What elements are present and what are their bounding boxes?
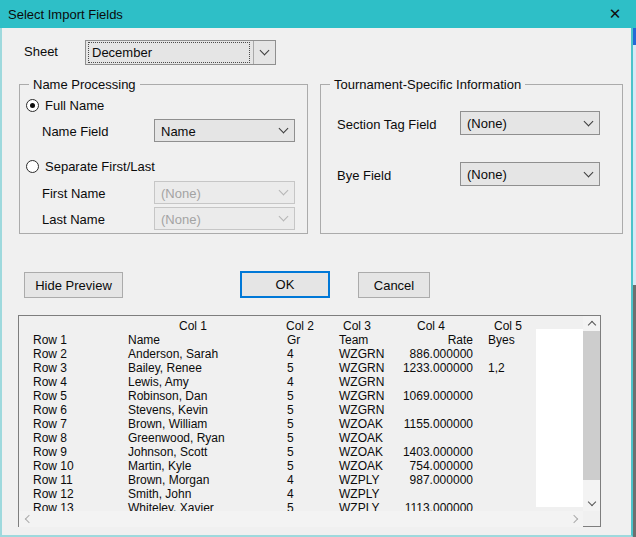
preview-cell: 1233.000000	[393, 361, 473, 375]
preview-cell: 5	[287, 361, 294, 375]
first-name-select: (None)	[154, 181, 295, 204]
preview-cell: Col 4	[401, 319, 461, 333]
preview-cell: Smith, John	[128, 487, 191, 501]
preview-cell: 886.000000	[393, 347, 473, 361]
preview-cell: WZOAK	[339, 431, 383, 445]
chevron-down-icon	[278, 124, 288, 134]
preview-cell: Row 12	[33, 487, 74, 501]
preview-cell: WZPLY	[339, 487, 379, 501]
preview-cell: 4	[287, 473, 294, 487]
preview-cell: Row 2	[33, 347, 67, 361]
preview-cell: Col 3	[327, 319, 387, 333]
last-name-select: (None)	[154, 207, 295, 230]
full-name-radio[interactable]: Full Name	[26, 98, 104, 113]
preview-row: Row 13Whiteley, Xavier5WZPLY1113.000000	[19, 501, 583, 511]
separate-first-last-radio[interactable]: Separate First/Last	[26, 159, 155, 174]
preview-cell: Team	[339, 333, 368, 347]
preview-cell: 5	[287, 459, 294, 473]
chevron-down-icon	[587, 498, 595, 506]
preview-cell: Row 11	[33, 473, 73, 487]
preview-cell: Row 5	[33, 389, 67, 403]
preview-cell: Row 1	[33, 333, 67, 347]
dropdown-button	[272, 182, 294, 203]
preview-cell: WZOAK	[339, 417, 383, 431]
preview-panel: Col 1Col 2Col 3Col 4Col 5Row 1NameGrTeam…	[18, 315, 601, 527]
preview-row: Row 8Greenwood, Ryan5WZOAK	[19, 431, 583, 445]
preview-cell: 4	[287, 487, 294, 501]
titlebar[interactable]: Select Import Fields ✕	[0, 0, 636, 28]
name-field-select[interactable]: Name	[154, 119, 295, 142]
separate-first-last-label: Separate First/Last	[45, 159, 155, 174]
preview-cell: WZGRN	[339, 389, 384, 403]
tournament-info-title: Tournament-Specific Information	[330, 77, 525, 92]
preview-cell: Anderson, Sarah	[128, 347, 218, 361]
radio-icon	[26, 160, 39, 173]
name-field-label: Name Field	[42, 124, 108, 139]
preview-cell: Robinson, Dan	[128, 389, 207, 403]
first-name-value: (None)	[158, 184, 268, 201]
preview-cell: Stevens, Kevin	[128, 403, 208, 417]
section-tag-field-value: (None)	[464, 114, 573, 132]
preview-cell: 1,2	[488, 361, 505, 375]
preview-cell: Johnson, Scott	[128, 445, 207, 459]
preview-cell: Bailey, Renee	[128, 361, 202, 375]
preview-cell: WZGRN	[339, 375, 384, 389]
preview-cell: WZGRN	[339, 347, 384, 361]
section-tag-field-select[interactable]: (None)	[460, 111, 600, 135]
first-name-label: First Name	[42, 186, 106, 201]
preview-cell: 5	[287, 501, 294, 511]
vertical-scrollbar-thumb[interactable]	[583, 331, 600, 480]
sheet-dropdown-button[interactable]	[253, 41, 275, 64]
preview-cell: Row 13	[33, 501, 74, 511]
preview-row: Col 1Col 2Col 3Col 4Col 5	[19, 319, 583, 333]
scroll-up-button[interactable]	[583, 316, 600, 331]
preview-cell: Name	[128, 333, 160, 347]
radio-icon	[26, 99, 39, 112]
scroll-left-button[interactable]	[19, 511, 35, 527]
close-icon[interactable]: ✕	[600, 0, 630, 28]
dropdown-button	[272, 208, 294, 229]
preview-cell: Gr	[287, 333, 300, 347]
preview-cell: Col 1	[163, 319, 223, 333]
section-tag-field-label: Section Tag Field	[337, 117, 437, 132]
preview-cell: Whiteley, Xavier	[128, 501, 214, 511]
preview-cell: Row 7	[33, 417, 67, 431]
preview-rows[interactable]: Col 1Col 2Col 3Col 4Col 5Row 1NameGrTeam…	[19, 316, 583, 511]
window-title: Select Import Fields	[0, 7, 123, 22]
dropdown-button[interactable]	[577, 112, 599, 134]
bye-field-select[interactable]: (None)	[460, 162, 600, 186]
chevron-down-icon	[583, 116, 593, 126]
preview-cell: Greenwood, Ryan	[128, 431, 225, 445]
chevron-right-icon	[569, 515, 577, 523]
preview-cell: 1069.000000	[393, 389, 473, 403]
horizontal-scrollbar[interactable]	[19, 511, 583, 527]
ok-button[interactable]: OK	[240, 271, 330, 298]
dropdown-button[interactable]	[272, 120, 294, 141]
sheet-label: Sheet	[24, 44, 58, 59]
scroll-right-button[interactable]	[567, 511, 583, 527]
dialog-body: Sheet December Name Processing Full Name…	[0, 28, 633, 537]
tournament-info-group: Tournament-Specific Information	[320, 84, 623, 234]
preview-cell: Row 8	[33, 431, 67, 445]
preview-cell: Row 6	[33, 403, 67, 417]
bye-field-value: (None)	[464, 165, 573, 183]
chevron-left-icon	[24, 515, 32, 523]
full-name-radio-label: Full Name	[45, 98, 104, 113]
preview-cell: WZGRN	[339, 361, 384, 375]
preview-row: Row 4Lewis, Amy4WZGRN	[19, 375, 583, 389]
preview-cell: 5	[287, 431, 294, 445]
chevron-down-icon	[278, 212, 288, 222]
preview-row: Row 1NameGrTeamRateByes	[19, 333, 583, 347]
chevron-down-icon	[278, 186, 288, 196]
cancel-button[interactable]: Cancel	[358, 272, 430, 298]
preview-cell: 5	[287, 417, 294, 431]
vertical-scrollbar[interactable]	[583, 316, 600, 511]
hide-preview-button[interactable]: Hide Preview	[24, 272, 123, 298]
preview-row: Row 2Anderson, Sarah4WZGRN886.000000	[19, 347, 583, 361]
chevron-up-icon	[587, 321, 595, 329]
sheet-select[interactable]: December	[85, 40, 276, 65]
preview-row: Row 12Smith, John4WZPLY	[19, 487, 583, 501]
preview-cell: Row 10	[33, 459, 74, 473]
scroll-down-button[interactable]	[583, 496, 600, 511]
dropdown-button[interactable]	[577, 163, 599, 185]
